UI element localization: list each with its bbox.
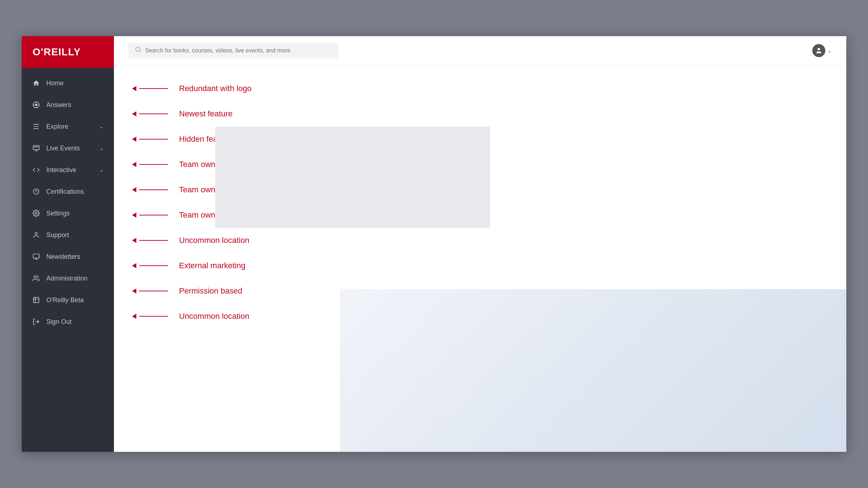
svg-rect-16	[33, 254, 39, 258]
sidebar-item-sign-out[interactable]: Sign Out	[22, 311, 114, 333]
user-chevron-icon: ⌄	[827, 48, 832, 53]
sidebar-item-label: Newsletters	[46, 253, 104, 261]
sidebar-item-label: Settings	[46, 210, 104, 217]
sidebar-item-label: Certifications	[46, 188, 104, 196]
svg-point-15	[35, 232, 38, 235]
sidebar-item-label: Support	[46, 231, 104, 239]
svg-rect-12	[37, 146, 38, 147]
content-row-1[interactable]: Redundant with logo	[132, 76, 828, 101]
row-label-10: Uncommon location	[179, 312, 249, 321]
sidebar-item-oreilly-beta[interactable]: O'Reilly Beta	[22, 289, 114, 311]
row-label-1: Redundant with logo	[179, 84, 252, 93]
svg-point-17	[34, 276, 37, 278]
sidebar-item-explore[interactable]: Explore ⌄	[22, 116, 114, 137]
content-area: Redundant with logo Newest feature Hidde…	[114, 65, 846, 452]
explore-icon	[32, 122, 41, 131]
svg-rect-11	[35, 146, 37, 147]
arrow-7	[132, 238, 168, 243]
sidebar-item-newsletters[interactable]: Newsletters	[22, 246, 114, 267]
user-menu[interactable]: ⌄	[812, 44, 832, 57]
arrow-2	[132, 111, 168, 116]
sidebar-item-label: Live Events	[46, 145, 94, 152]
user-avatar	[812, 44, 825, 57]
svg-rect-6	[34, 124, 39, 125]
row-label-2: Newest feature	[179, 109, 233, 119]
support-icon	[32, 231, 41, 239]
settings-icon	[32, 209, 41, 218]
sidebar-item-settings[interactable]: Settings	[22, 202, 114, 224]
sidebar-nav: Home Answers Explore ⌄ Live Events	[22, 68, 114, 452]
sidebar-item-label: O'Reilly Beta	[46, 296, 104, 304]
certifications-icon	[32, 187, 41, 196]
answers-icon	[32, 100, 41, 109]
header: ⌄	[114, 36, 846, 65]
home-icon	[32, 79, 41, 87]
sidebar: O'REILLY Home Answers Explore ⌄	[22, 36, 114, 452]
arrow-9	[132, 288, 168, 294]
sidebar-item-certifications[interactable]: Certifications	[22, 181, 114, 202]
interactive-icon	[32, 166, 41, 174]
logo[interactable]: O'REILLY	[22, 36, 114, 68]
sidebar-item-label: Explore	[46, 123, 94, 130]
app-window: O'REILLY Home Answers Explore ⌄	[22, 36, 846, 452]
content-row-2[interactable]: Newest feature	[132, 101, 828, 127]
sidebar-item-interactive[interactable]: Interactive ⌄	[22, 159, 114, 181]
search-input[interactable]	[145, 47, 332, 54]
sidebar-item-support[interactable]: Support	[22, 224, 114, 246]
sidebar-item-label: Home	[46, 80, 104, 87]
sidebar-item-live-events[interactable]: Live Events ⌄	[22, 137, 114, 159]
arrow-6	[132, 213, 168, 218]
newsletters-icon	[32, 252, 41, 261]
search-icon	[135, 46, 141, 55]
svg-point-21	[818, 48, 820, 50]
arrow-4	[132, 162, 168, 167]
search-box[interactable]	[128, 43, 338, 58]
live-events-icon	[32, 144, 41, 153]
svg-rect-7	[34, 126, 39, 127]
arrow-3	[132, 137, 168, 142]
row-label-7: Uncommon location	[179, 236, 249, 245]
svg-point-14	[35, 213, 37, 214]
administration-icon	[32, 274, 41, 283]
arrow-1	[132, 86, 168, 91]
row-label-8: External marketing	[179, 261, 245, 270]
svg-rect-9	[33, 146, 39, 150]
main-area: ⌄ Redundant with logo	[114, 36, 846, 452]
svg-rect-8	[34, 128, 39, 129]
blurred-section	[340, 289, 846, 452]
arrow-8	[132, 263, 168, 268]
sidebar-item-label: Sign Out	[46, 318, 104, 326]
sidebar-item-administration[interactable]: Administration	[22, 267, 114, 289]
chevron-down-icon: ⌄	[99, 167, 104, 173]
sidebar-item-label: Administration	[46, 275, 104, 282]
arrow-5	[132, 187, 168, 192]
chevron-down-icon: ⌄	[99, 124, 104, 129]
sidebar-item-home[interactable]: Home	[22, 72, 114, 94]
sidebar-item-answers[interactable]: Answers	[22, 94, 114, 116]
sign-out-icon	[32, 317, 41, 326]
svg-rect-10	[34, 146, 35, 147]
sidebar-item-label: Answers	[46, 101, 104, 109]
svg-point-1	[35, 104, 38, 106]
arrow-10	[132, 314, 168, 319]
svg-point-19	[136, 47, 140, 51]
sidebar-item-label: Interactive	[46, 166, 94, 174]
chevron-down-icon: ⌄	[99, 145, 104, 151]
logo-text: O'REILLY	[33, 46, 81, 58]
row-label-9: Permission based	[179, 286, 242, 296]
svg-line-20	[139, 51, 140, 52]
content-row-7[interactable]: Uncommon location	[132, 228, 828, 253]
popup-overlay	[215, 127, 490, 228]
content-row-8[interactable]: External marketing	[132, 253, 828, 278]
oreilly-beta-icon	[32, 296, 41, 304]
